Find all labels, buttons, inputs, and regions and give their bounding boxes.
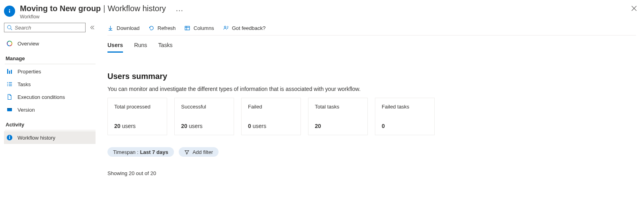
svg-point-26 xyxy=(227,28,228,28)
tab-tasks[interactable]: Tasks xyxy=(158,39,173,53)
card-label: Successful xyxy=(181,104,227,110)
summary-cards: Total processed 20users Successful 20use… xyxy=(107,98,636,135)
columns-icon xyxy=(184,25,190,31)
tab-list: Users Runs Tasks xyxy=(107,39,636,53)
card-label: Failed xyxy=(248,104,294,110)
svg-rect-16 xyxy=(7,108,12,109)
tab-users[interactable]: Users xyxy=(107,39,123,53)
sidebar-item-label: Version xyxy=(18,107,35,113)
overflow-menu-button[interactable]: … xyxy=(176,4,184,13)
card-value: 0 xyxy=(382,123,385,129)
page-header: Moving to New group | Workflow history …… xyxy=(0,0,644,21)
svg-point-25 xyxy=(224,26,226,28)
card-label: Failed tasks xyxy=(382,104,428,110)
columns-button[interactable]: Columns xyxy=(184,25,214,31)
filter-label: Timespan : xyxy=(113,149,139,155)
toolbar-label: Columns xyxy=(193,25,214,31)
section-description: You can monitor and investigate the diff… xyxy=(107,86,636,92)
collapse-sidebar-button[interactable] xyxy=(90,25,95,30)
sidebar-item-label: Workflow history xyxy=(18,135,55,141)
card-total-processed: Total processed 20users xyxy=(107,98,167,135)
toolbar-label: Download xyxy=(117,25,140,31)
refresh-button[interactable]: Refresh xyxy=(148,25,176,31)
sidebar-item-label: Tasks xyxy=(18,81,31,87)
card-total-tasks: Total tasks 20 xyxy=(308,98,368,135)
filter-value: Last 7 days xyxy=(140,149,168,155)
version-icon xyxy=(6,106,13,113)
header-title-separator: | xyxy=(103,4,105,13)
sidebar: Overview Manage Properties Tasks Executi… xyxy=(0,21,100,176)
divider xyxy=(5,64,96,64)
card-value: 20 xyxy=(315,123,321,129)
card-value: 0 xyxy=(248,123,251,129)
svg-point-0 xyxy=(9,9,10,10)
sidebar-group-manage: Manage xyxy=(4,50,100,63)
toolbar-label: Got feedback? xyxy=(232,25,266,31)
command-bar: Download Refresh Columns Got feedback? xyxy=(107,25,636,35)
svg-rect-22 xyxy=(185,26,189,30)
card-unit: users xyxy=(189,123,203,129)
download-icon xyxy=(107,25,113,31)
main-content: Download Refresh Columns Got feedback? U… xyxy=(100,21,644,176)
properties-icon xyxy=(6,68,13,75)
close-button[interactable] xyxy=(631,6,637,12)
toolbar-label: Refresh xyxy=(158,25,176,31)
filter-bar: Timespan : Last 7 days Add filter xyxy=(107,147,636,157)
feedback-icon xyxy=(223,25,229,31)
sidebar-item-label: Properties xyxy=(18,69,41,75)
download-button[interactable]: Download xyxy=(107,25,140,31)
card-failed-tasks: Failed tasks 0 xyxy=(375,98,435,135)
filter-timespan[interactable]: Timespan : Last 7 days xyxy=(107,147,174,157)
svg-rect-1 xyxy=(9,11,10,13)
sidebar-item-execution-conditions[interactable]: Execution conditions xyxy=(4,91,96,103)
svg-rect-8 xyxy=(11,70,12,74)
filter-icon xyxy=(184,150,189,155)
info-icon xyxy=(4,6,15,17)
svg-rect-7 xyxy=(9,71,10,74)
chevron-double-left-icon xyxy=(90,25,95,30)
svg-rect-19 xyxy=(9,137,10,139)
card-label: Total processed xyxy=(114,104,160,110)
card-value: 20 xyxy=(181,123,187,129)
showing-count: Showing 20 out of 20 xyxy=(107,170,636,176)
sidebar-item-label: Execution conditions xyxy=(18,94,65,100)
sidebar-item-properties[interactable]: Properties xyxy=(4,65,96,78)
svg-marker-27 xyxy=(185,150,189,154)
sidebar-group-activity: Activity xyxy=(4,116,100,129)
card-label: Total tasks xyxy=(315,104,361,110)
tasks-icon xyxy=(6,81,13,87)
svg-line-5 xyxy=(11,29,12,30)
card-value: 20 xyxy=(114,123,121,129)
sidebar-item-overview[interactable]: Overview xyxy=(4,37,96,50)
search-input[interactable] xyxy=(15,25,83,31)
card-unit: users xyxy=(122,123,136,129)
card-failed: Failed 0users xyxy=(241,98,301,135)
sidebar-item-tasks[interactable]: Tasks xyxy=(4,78,96,91)
refresh-icon xyxy=(148,25,154,31)
section-title: Users summary xyxy=(107,72,636,81)
card-unit: users xyxy=(253,123,266,129)
sidebar-item-version[interactable]: Version xyxy=(4,103,96,116)
document-icon xyxy=(6,94,13,100)
add-filter-button[interactable]: Add filter xyxy=(179,147,219,157)
search-icon xyxy=(7,25,12,30)
svg-rect-6 xyxy=(7,69,8,74)
tab-runs[interactable]: Runs xyxy=(134,39,147,53)
divider xyxy=(5,130,96,130)
sidebar-item-label: Overview xyxy=(18,41,39,47)
info-circle-icon xyxy=(6,134,13,141)
filter-label: Add filter xyxy=(193,149,213,155)
header-subtitle: Workflow xyxy=(20,14,638,20)
header-title-prefix: Moving to New group xyxy=(20,4,101,13)
card-successful: Successful 20users xyxy=(174,98,234,135)
overview-icon xyxy=(6,40,13,47)
svg-point-4 xyxy=(8,26,11,29)
header-title-page: Workflow history xyxy=(108,4,166,13)
feedback-button[interactable]: Got feedback? xyxy=(223,25,266,31)
sidebar-item-workflow-history[interactable]: Workflow history xyxy=(4,131,96,144)
svg-point-18 xyxy=(9,136,10,136)
search-box[interactable] xyxy=(4,23,86,32)
